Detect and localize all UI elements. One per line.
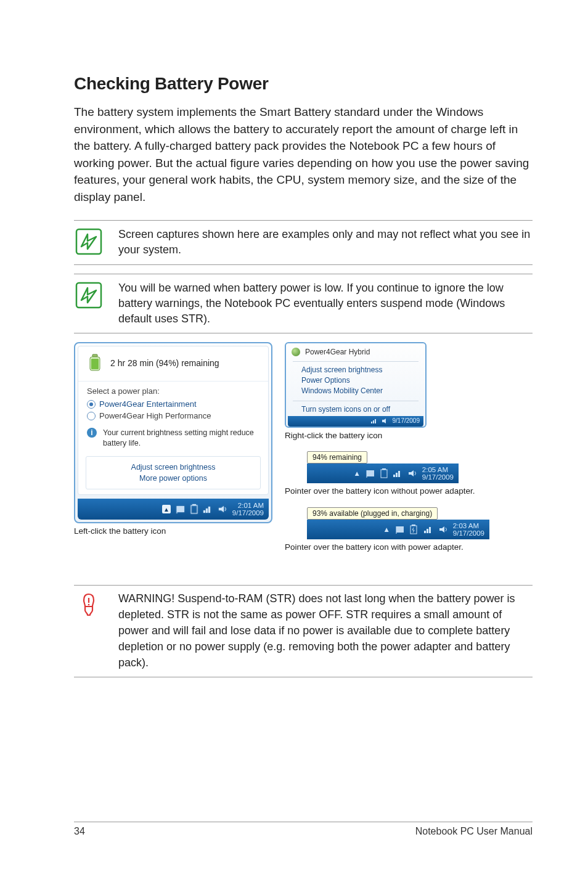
svg-rect-23	[398, 471, 400, 477]
note-icon	[74, 227, 104, 256]
adjust-brightness-link[interactable]: Adjust screen brightness	[90, 462, 256, 473]
page-number: 34	[74, 826, 85, 837]
ctx-item-brightness[interactable]: Adjust screen brightness	[301, 364, 415, 375]
plan-option-label: Power4Gear High Performance	[99, 411, 211, 420]
battery-tooltip-charging: 93% available (plugged in, charging)	[307, 507, 438, 520]
mini-tray-b: ▲ 2:03 AM 9/17/2009	[307, 520, 489, 539]
caption-right-3: Pointer over the battery icon with power…	[285, 542, 533, 553]
svg-rect-17	[367, 470, 374, 476]
plan-option-other[interactable]: Power4Gear High Performance	[87, 410, 259, 422]
more-power-options-link[interactable]: More power options	[90, 473, 256, 484]
mini-tray-a: ▲ 2:05 AM 9/17/2009	[307, 464, 459, 483]
radio-selected-icon	[87, 400, 96, 409]
svg-rect-9	[203, 510, 205, 513]
note-block-2: You will be warned when battery power is…	[74, 274, 533, 334]
volume-icon[interactable]	[407, 469, 417, 478]
warning-text: WARNING! Suspend-to-RAM (STR) does not l…	[118, 590, 533, 671]
battery-tray-icon[interactable]	[190, 504, 198, 514]
tray-arrow-icon[interactable]: ▲	[162, 505, 171, 513]
svg-marker-12	[219, 506, 224, 512]
ctx-title-row[interactable]: Power4Gear Hybrid	[288, 345, 423, 360]
flag-icon[interactable]	[176, 505, 186, 513]
svg-rect-11	[208, 507, 210, 513]
power4gear-icon	[292, 348, 300, 356]
links-box: Adjust screen brightness More power opti…	[86, 456, 261, 489]
note-text-1: Screen captures shown here are examples …	[118, 227, 533, 258]
svg-rect-25	[396, 526, 404, 533]
plan-option-label: Power4Gear Entertainment	[99, 399, 197, 409]
svg-rect-8	[191, 505, 197, 513]
battery-tooltip: 94% remaining	[307, 451, 367, 464]
figure-left: 2 hr 28 min (94%) remaining Select a pow…	[74, 342, 272, 547]
note-block-1: Screen captures shown here are examples …	[74, 220, 533, 264]
warning-icon	[74, 590, 104, 620]
svg-rect-30	[427, 529, 428, 533]
note-icon	[74, 280, 104, 310]
page-heading: Checking Battery Power	[74, 74, 533, 94]
tray-time: 2:05 AM	[422, 466, 454, 473]
ctx-tray: 9/17/2009	[288, 416, 423, 427]
context-menu: Power4Gear Hybrid Adjust screen brightne…	[285, 342, 427, 428]
svg-point-34	[88, 604, 90, 606]
info-text: Your current brightness setting might re…	[103, 428, 259, 449]
tray-datetime[interactable]: 2:01 AM 9/17/2009	[232, 502, 264, 517]
flag-icon[interactable]	[365, 469, 375, 478]
plan-option-selected[interactable]: Power4Gear Entertainment	[87, 398, 259, 410]
svg-rect-10	[206, 508, 208, 513]
tray-date: 9/17/2009	[422, 473, 454, 481]
network-icon[interactable]	[203, 505, 213, 513]
tray-arrow-icon[interactable]: ▲	[353, 470, 360, 477]
ctx-item-mobility-center[interactable]: Windows Mobility Center	[301, 385, 415, 396]
network-icon[interactable]	[423, 525, 433, 534]
tray-datetime[interactable]: 2:03 AM 9/17/2009	[453, 522, 484, 537]
radio-unselected-icon	[87, 412, 96, 420]
plan-title: Select a power plan:	[87, 386, 259, 396]
warning-block: WARNING! Suspend-to-RAM (STR) does not l…	[74, 585, 533, 677]
page-footer: 34 Notebook PC User Manual	[74, 822, 533, 837]
svg-rect-2	[92, 354, 97, 357]
system-tray: ▲ 2:01 AM 9/17/2009	[78, 499, 269, 520]
battery-tray-icon[interactable]	[380, 468, 388, 478]
tray-date: 9/17/2009	[232, 509, 264, 517]
figure-right: Power4Gear Hybrid Adjust screen brightne…	[285, 342, 533, 563]
ctx-item-power-options[interactable]: Power Options	[301, 375, 415, 385]
caption-left: Left-click the battery icon	[74, 526, 272, 537]
ctx-item-sysicons[interactable]: Turn system icons on or off	[288, 402, 423, 416]
svg-rect-13	[371, 422, 372, 423]
svg-marker-16	[382, 419, 386, 423]
caption-right-1: Right-click the battery icon	[285, 430, 533, 441]
note-text-2: You will be warned when battery power is…	[118, 280, 533, 327]
tray-date: 9/17/2009	[453, 529, 484, 537]
figures-row: 2 hr 28 min (94%) remaining Select a pow…	[74, 342, 533, 563]
tray-arrow-icon[interactable]: ▲	[383, 526, 390, 533]
volume-icon[interactable]	[218, 505, 227, 513]
svg-rect-5	[177, 506, 184, 512]
flag-icon[interactable]	[395, 525, 405, 534]
battery-charging-tray-icon[interactable]	[410, 525, 419, 534]
battery-popup: 2 hr 28 min (94%) remaining Select a pow…	[74, 342, 272, 523]
ctx-tray-date: 9/17/2009	[393, 417, 420, 424]
svg-rect-1	[76, 283, 101, 308]
svg-rect-15	[375, 419, 376, 423]
network-icon[interactable]	[393, 469, 402, 478]
tooltip-block-plugged: 93% available (plugged in, charging) ▲ 2…	[285, 507, 533, 539]
svg-rect-4	[91, 359, 99, 369]
tray-datetime[interactable]: 2:05 AM 9/17/2009	[422, 466, 454, 481]
volume-icon[interactable]	[438, 525, 448, 534]
battery-icon	[87, 354, 103, 372]
tray-time: 2:01 AM	[232, 502, 264, 509]
network-icon	[370, 418, 379, 424]
remaining-label: 2 hr 28 min (94%) remaining	[110, 358, 219, 368]
caption-right-2: Pointer over the battery icon without po…	[285, 486, 533, 497]
svg-rect-22	[396, 473, 398, 477]
volume-icon	[382, 418, 390, 424]
svg-marker-24	[409, 470, 414, 476]
svg-rect-14	[373, 420, 374, 423]
svg-rect-29	[424, 531, 426, 533]
svg-rect-0	[76, 229, 101, 254]
tooltip-block-unplugged: 94% remaining ▲ 2:05 AM 9/17/2009	[307, 451, 533, 483]
svg-marker-32	[439, 526, 444, 533]
svg-rect-20	[381, 470, 387, 478]
svg-rect-31	[429, 527, 431, 533]
intro-paragraph: The battery system implements the Smart …	[74, 104, 533, 205]
